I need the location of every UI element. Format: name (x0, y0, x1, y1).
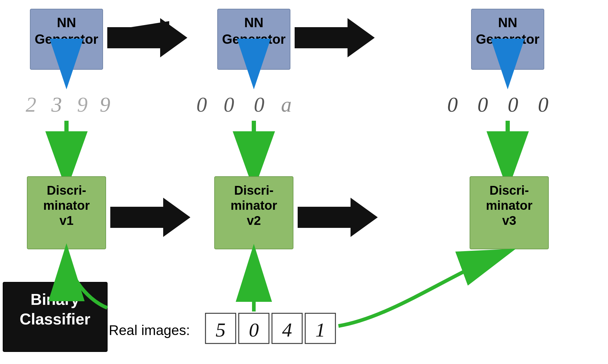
svg-rect-53 (305, 313, 335, 343)
svg-text:0: 0 (508, 93, 518, 116)
svg-rect-43 (3, 282, 107, 352)
svg-text:Classifier: Classifier (20, 310, 90, 328)
svg-text:0: 0 (447, 93, 458, 116)
svg-text:1: 1 (315, 319, 325, 341)
svg-marker-42 (112, 21, 169, 39)
svg-text:Real images:: Real images: (109, 322, 190, 338)
svg-text:0: 0 (249, 319, 259, 341)
svg-text:v2: v2 (247, 48, 261, 63)
svg-rect-34 (215, 177, 293, 249)
svg-text:v2: v2 (247, 213, 261, 228)
svg-text:NN: NN (498, 15, 517, 30)
svg-text:0: 0 (196, 93, 207, 116)
svg-text:v1: v1 (59, 48, 74, 63)
svg-text:a: a (281, 93, 292, 116)
svg-rect-51 (272, 313, 302, 343)
svg-text:0: 0 (254, 93, 264, 116)
svg-text:minator: minator (43, 198, 90, 212)
svg-text:9: 9 (77, 93, 88, 116)
svg-text:NN: NN (244, 15, 264, 30)
svg-text:Binary: Binary (31, 291, 79, 308)
svg-text:0: 0 (224, 93, 234, 116)
svg-text:Generator: Generator (222, 32, 286, 46)
svg-text:minator: minator (486, 198, 532, 212)
svg-text:v3: v3 (500, 48, 515, 63)
svg-text:v3: v3 (502, 213, 516, 228)
diagram-svg: NN Generator v1 NN Generator v2 NN Gener… (0, 0, 608, 364)
svg-text:5: 5 (216, 319, 226, 341)
svg-text:Discri-: Discri- (490, 183, 529, 197)
svg-rect-30 (27, 177, 106, 249)
svg-rect-0 (30, 9, 103, 69)
svg-text:minator: minator (231, 198, 277, 212)
svg-text:Generator: Generator (476, 32, 539, 46)
svg-text:Discri-: Discri- (234, 183, 274, 197)
svg-text:Generator: Generator (35, 32, 98, 46)
svg-text:3: 3 (51, 93, 62, 116)
svg-rect-49 (239, 313, 269, 343)
diagram-container: { "generators": [ { "id": "gen-v1", "lab… (0, 0, 608, 364)
svg-text:0: 0 (477, 93, 488, 116)
svg-text:4: 4 (282, 319, 292, 341)
svg-text:2: 2 (26, 93, 36, 116)
svg-text:v1: v1 (60, 213, 74, 228)
svg-rect-8 (471, 9, 544, 69)
svg-text:0: 0 (538, 93, 548, 116)
svg-rect-38 (470, 177, 548, 249)
svg-rect-4 (218, 9, 290, 69)
svg-rect-47 (205, 313, 236, 343)
svg-text:Discri-: Discri- (47, 183, 86, 197)
svg-text:9: 9 (100, 93, 110, 116)
svg-text:NN: NN (57, 15, 76, 30)
